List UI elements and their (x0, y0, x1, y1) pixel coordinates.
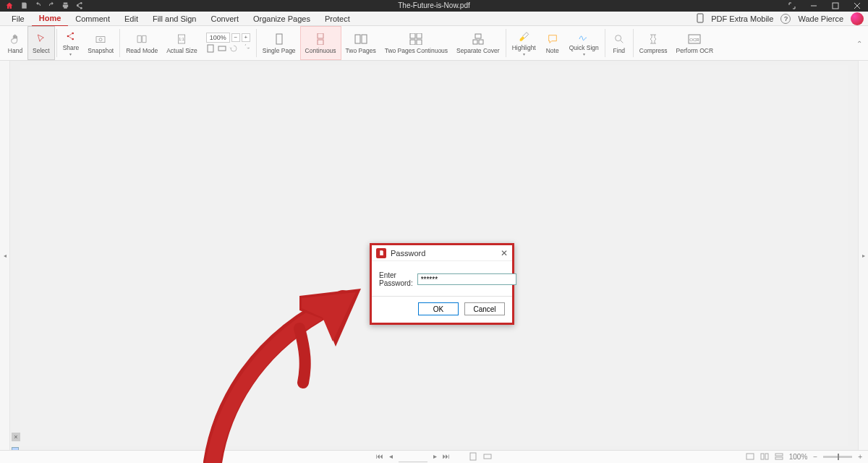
print-icon[interactable] (61, 1, 69, 11)
svg-rect-16 (362, 35, 367, 43)
fit-width-icon[interactable] (218, 44, 226, 54)
zoom-control[interactable]: 100%−+ (202, 26, 255, 60)
document-area[interactable]: × Password ✕ Enter Password: (10, 61, 858, 450)
svg-rect-30 (761, 454, 764, 459)
zoom-out-icon[interactable]: − (231, 33, 240, 42)
svg-rect-21 (475, 34, 481, 38)
menu-edit[interactable]: Edit (117, 12, 145, 26)
two-pages-continuous-tool[interactable]: Two Pages Continuous (380, 26, 452, 60)
view3-icon[interactable] (775, 453, 783, 462)
note-tool[interactable]: Note (540, 26, 565, 60)
save-icon[interactable] (20, 1, 28, 11)
ok-button[interactable]: OK (418, 302, 459, 315)
svg-rect-20 (417, 40, 422, 45)
svg-rect-2 (697, 14, 703, 22)
menu-protect[interactable]: Protect (318, 12, 357, 26)
continuous-tool[interactable]: Continuous (300, 26, 341, 60)
separate-cover-tool[interactable]: Separate Cover (452, 26, 504, 60)
actual-size-tool[interactable]: 1:1Actual Size (162, 26, 202, 60)
quick-sign-tool[interactable]: Quick Sign▾ (565, 26, 603, 60)
redo-icon[interactable] (48, 1, 56, 11)
ribbon-toolbar: Hand Select Share▾ Snapshot Read Mode 1:… (0, 26, 868, 61)
svg-rect-28 (484, 454, 491, 459)
snapshot-tool[interactable]: Snapshot (83, 26, 118, 60)
svg-rect-29 (746, 454, 754, 459)
svg-rect-33 (775, 457, 783, 459)
password-dialog: Password ✕ Enter Password: OK Cancel (370, 243, 514, 325)
next-page-icon[interactable]: ▸ (433, 452, 437, 462)
menu-organize[interactable]: Organize Pages (246, 12, 318, 26)
username-label[interactable]: Wade Pierce (798, 14, 843, 23)
compress-tool[interactable]: Compress (635, 26, 672, 60)
fit-width-status-icon[interactable] (483, 452, 492, 462)
svg-rect-1 (833, 3, 838, 9)
select-tool[interactable]: Select (27, 26, 55, 60)
single-page-tool[interactable]: Single Page (258, 26, 300, 60)
svg-rect-19 (410, 40, 415, 45)
phone-icon (697, 13, 704, 25)
two-pages-tool[interactable]: Two Pages (341, 26, 380, 60)
zoom-in-status-icon[interactable]: + (858, 453, 862, 461)
read-mode-tool[interactable]: Read Mode (122, 26, 162, 60)
menu-home[interactable]: Home (32, 11, 69, 27)
user-avatar[interactable] (851, 12, 864, 25)
maximize-icon[interactable] (825, 0, 846, 12)
password-input[interactable] (417, 273, 516, 285)
home-icon[interactable] (4, 1, 14, 11)
last-page-icon[interactable]: ⏭ (443, 452, 450, 462)
svg-text:1:1: 1:1 (179, 37, 184, 41)
svg-rect-31 (765, 454, 768, 459)
svg-point-3 (67, 35, 69, 38)
fullscreen-icon[interactable] (781, 0, 803, 12)
svg-rect-6 (96, 36, 105, 42)
password-label: Enter Password: (379, 271, 413, 287)
highlight-tool[interactable]: Highlight▾ (508, 26, 540, 60)
zoom-out-status-icon[interactable]: − (813, 453, 817, 461)
find-tool[interactable]: Find (607, 26, 631, 60)
rotate-left-icon[interactable] (229, 44, 238, 54)
perform-ocr-tool[interactable]: OCRPerform OCR (672, 26, 718, 60)
view2-icon[interactable] (760, 453, 769, 462)
dialog-close-icon[interactable]: ✕ (501, 248, 508, 258)
menu-file[interactable]: File (4, 12, 32, 26)
svg-rect-23 (479, 40, 483, 44)
fit-page-status-icon[interactable] (469, 452, 477, 462)
svg-rect-14 (318, 40, 323, 45)
collapse-ribbon-icon[interactable]: ⌃ (856, 39, 862, 47)
menu-convert[interactable]: Convert (204, 12, 247, 26)
dialog-title: Password (391, 249, 425, 258)
left-gutter[interactable]: ◂ (0, 61, 10, 450)
rotate-right-icon[interactable] (241, 44, 250, 54)
app-icon (376, 248, 386, 258)
svg-rect-22 (473, 40, 477, 44)
svg-rect-27 (470, 453, 476, 460)
svg-text:OCR: OCR (690, 38, 700, 42)
svg-rect-32 (775, 454, 783, 456)
workspace: ◂ × Password ✕ Enter Password: (0, 61, 868, 450)
svg-rect-17 (410, 33, 415, 38)
svg-point-7 (99, 38, 102, 41)
view1-icon[interactable] (746, 453, 754, 462)
undo-icon[interactable] (34, 1, 42, 11)
menu-bar: File Home Comment Edit Fill and Sign Con… (0, 12, 868, 26)
share-tool[interactable]: Share▾ (59, 26, 84, 60)
minimize-icon[interactable] (803, 0, 825, 12)
hand-tool[interactable]: Hand (3, 26, 27, 60)
svg-point-5 (72, 38, 74, 41)
menu-fill-sign[interactable]: Fill and Sign (145, 12, 204, 26)
prev-page-icon[interactable]: ◂ (389, 452, 393, 462)
right-gutter[interactable]: ▸ (858, 61, 868, 450)
zoom-value: 100% (789, 453, 808, 461)
fit-page-icon[interactable] (206, 44, 215, 54)
svg-rect-13 (318, 33, 323, 38)
close-tag-icon[interactable]: × (12, 433, 20, 441)
help-icon[interactable]: ? (780, 14, 791, 24)
svg-point-4 (72, 33, 74, 35)
share-icon[interactable] (75, 1, 83, 11)
menu-comment[interactable]: Comment (68, 12, 117, 26)
cancel-button[interactable]: Cancel (464, 302, 505, 315)
zoom-in-icon[interactable]: + (242, 33, 250, 42)
first-page-icon[interactable]: ⏮ (376, 452, 383, 462)
mobile-label[interactable]: PDF Extra Mobile (711, 14, 773, 23)
close-icon[interactable] (846, 0, 868, 12)
